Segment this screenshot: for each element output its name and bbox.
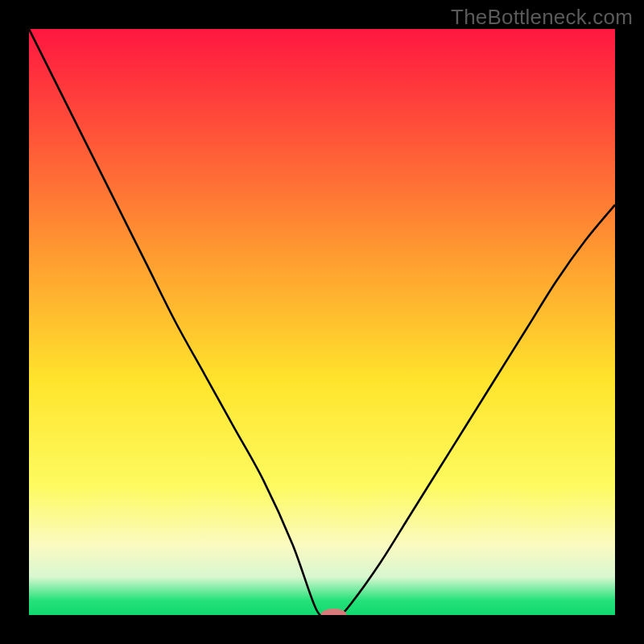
chart-container: TheBottleneck.com — [0, 0, 644, 644]
bottleneck-chart — [29, 29, 615, 615]
chart-background — [29, 29, 615, 615]
watermark-text: TheBottleneck.com — [451, 5, 633, 30]
